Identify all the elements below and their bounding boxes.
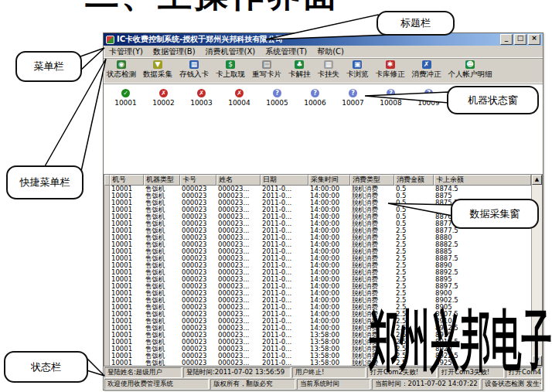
callout-pointer <box>87 358 104 376</box>
callout-pointer <box>388 203 452 216</box>
callout-pointer <box>266 15 390 39</box>
callout-label: 标题栏 <box>400 16 431 30</box>
callout-data-collection-window: 数据采集窗 <box>451 199 539 229</box>
callout-label: 菜单栏 <box>34 60 64 73</box>
watermark-text: 郑州兴邦电子 <box>369 306 552 374</box>
callout-pointer <box>365 92 448 103</box>
callout-status-bar: 状态栏 <box>4 351 88 383</box>
callout-label: 状态栏 <box>31 360 61 374</box>
callout-label: 数据采集窗 <box>470 207 520 221</box>
callout-title-bar: 标题栏 <box>377 11 455 36</box>
callout-label: 机器状态窗 <box>468 94 518 107</box>
callout-label: 快捷菜单栏 <box>20 176 70 189</box>
callout-machine-status-window: 机器状态窗 <box>447 86 539 114</box>
callout-menu-bar: 菜单栏 <box>15 51 82 82</box>
callout-shortcut-bar: 快捷菜单栏 <box>6 165 83 199</box>
